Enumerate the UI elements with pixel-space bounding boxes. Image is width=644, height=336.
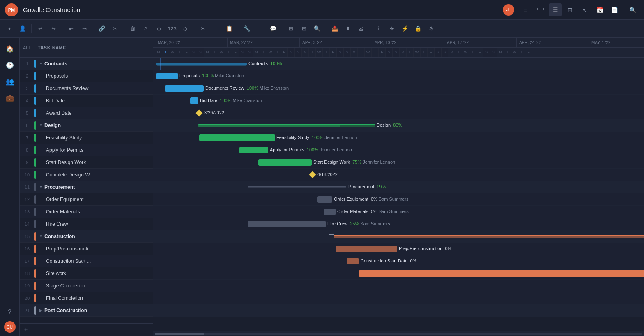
complete-design-diamond[interactable] <box>309 171 316 178</box>
row-color-indicator <box>34 208 36 216</box>
undo-button[interactable]: ↩ <box>34 23 46 35</box>
construction-parent-bar[interactable] <box>334 235 644 238</box>
bid-date-bar[interactable] <box>190 97 198 104</box>
user-avatar[interactable]: JL <box>503 4 514 16</box>
task-name: Bid Date <box>38 98 153 104</box>
delete-button[interactable]: 🗑 <box>126 23 139 35</box>
task-name: Feasibility Study <box>38 135 153 141</box>
permits-bar[interactable] <box>239 147 268 153</box>
task-row[interactable]: 20 Final Completion <box>20 292 153 304</box>
task-row[interactable]: 10 Complete Design W... <box>20 169 153 181</box>
add-user-button[interactable]: 👤 <box>16 23 29 35</box>
sidebar-user-icon[interactable]: GU <box>4 321 16 333</box>
expand-icon[interactable]: ▼ <box>38 233 44 240</box>
task-row[interactable]: 4 Bid Date <box>20 95 153 107</box>
day-cell: W <box>364 48 371 57</box>
expand-icon[interactable]: ▼ <box>38 122 44 129</box>
task-row[interactable]: 6 ▼ Design <box>20 119 153 132</box>
hire-crew-bar[interactable] <box>248 221 326 227</box>
row-number: 13 <box>20 209 34 214</box>
task-row[interactable]: 13 Order Materials <box>20 206 153 218</box>
nav-chart-icon[interactable]: ∿ <box>578 3 591 16</box>
export-button[interactable]: 📤 <box>329 23 341 35</box>
task-row[interactable]: 5 Award Date <box>20 107 153 119</box>
feasibility-bar[interactable] <box>199 134 275 141</box>
site-work-bar[interactable] <box>359 270 644 277</box>
sidebar-work-icon[interactable]: 💼 <box>2 90 17 105</box>
procurement-parent-bar[interactable] <box>248 186 346 188</box>
nav-gantt-icon[interactable]: ☰ <box>549 3 562 16</box>
task-row[interactable]: 12 Order Equipment <box>20 193 153 206</box>
sidebar-home-icon[interactable]: 🏠 <box>2 41 17 56</box>
task-row[interactable]: 21 ▶ Post Construction <box>20 304 153 317</box>
indent-button[interactable]: ⇥ <box>78 23 90 35</box>
order-materials-bar[interactable] <box>324 209 336 215</box>
row-number: 1 <box>20 61 34 66</box>
task-row[interactable]: 17 Construction Start ... <box>20 255 153 267</box>
design-label: Design 80% <box>377 123 402 127</box>
redo-button[interactable]: ↪ <box>47 23 60 35</box>
gantt-row-8: Apply for Permits 100% Jennifer Lennon <box>153 144 644 156</box>
expand-icon[interactable]: ▶ <box>38 307 44 314</box>
upload-button[interactable]: ⬆ <box>342 23 354 35</box>
proposals-bar[interactable] <box>156 73 178 79</box>
settings-button[interactable]: ⚙ <box>425 23 437 35</box>
expand-icon[interactable]: ▼ <box>38 60 44 67</box>
task-row[interactable]: 2 Proposals <box>20 70 153 82</box>
link-button[interactable]: 🔗 <box>96 23 108 35</box>
gantt-scrollbar[interactable] <box>153 331 644 336</box>
comment-button[interactable]: 💬 <box>267 23 279 35</box>
tools-button[interactable]: 🔧 <box>241 23 253 35</box>
task-row[interactable]: 18 Site work <box>20 267 153 280</box>
clipboard-button[interactable]: 📋 <box>223 23 235 35</box>
rect-button[interactable]: ▭ <box>210 23 222 35</box>
task-row[interactable]: 9 Start Design Work <box>20 156 153 169</box>
send-button[interactable]: ✈ <box>386 23 398 35</box>
expand-icon[interactable]: ▼ <box>38 184 44 190</box>
add-row-button[interactable]: ＋ <box>20 323 153 336</box>
nav-list-icon[interactable]: ≡ <box>519 3 532 16</box>
print-button[interactable]: 🖨 <box>355 23 367 35</box>
merge-button[interactable]: ⊟ <box>298 23 310 35</box>
nav-columns-icon[interactable]: ⋮⋮ <box>534 3 547 16</box>
outdent-button[interactable]: ⇤ <box>65 23 77 35</box>
task-row[interactable]: 16 Prep/Pre-constructi... <box>20 243 153 255</box>
task-row[interactable]: 1 ▼ Contracts <box>20 58 153 70</box>
prep-bar[interactable] <box>336 246 397 252</box>
zoom-button[interactable]: 🔍 <box>311 23 323 35</box>
lock-button[interactable]: 🔒 <box>412 23 424 35</box>
add-button[interactable]: ＋ <box>3 23 16 35</box>
task-row[interactable]: 11 ▼ Procurement <box>20 181 153 193</box>
construction-start-bar[interactable] <box>347 258 359 264</box>
unlink-button[interactable]: ✂ <box>109 23 121 35</box>
sidebar-people-icon[interactable]: 👥 <box>2 74 17 89</box>
day-cell: S <box>343 48 350 57</box>
bar-button[interactable]: ▭ <box>254 23 266 35</box>
task-row[interactable]: 14 Hire Crew <box>20 218 153 230</box>
number-button[interactable]: 123 <box>166 23 178 35</box>
scissors-button[interactable]: ✂ <box>197 23 209 35</box>
task-row[interactable]: 15 ▼ Construction <box>20 230 153 243</box>
start-design-bar[interactable] <box>258 159 312 166</box>
task-row[interactable]: 19 Stage Completion <box>20 280 153 292</box>
task-row[interactable]: 8 Apply for Permits <box>20 144 153 156</box>
task-row[interactable]: 7 Feasibility Study <box>20 132 153 144</box>
search-button[interactable]: 🔍 <box>626 3 639 16</box>
order-equipment-bar[interactable] <box>317 196 332 203</box>
nav-grid-icon[interactable]: ⊞ <box>564 3 577 16</box>
text-button[interactable]: A <box>140 23 152 35</box>
nav-doc-icon[interactable]: 📄 <box>608 3 621 16</box>
day-cell: T <box>211 48 218 57</box>
sidebar-help-icon[interactable]: ? <box>2 305 17 320</box>
nav-calendar-icon[interactable]: 📅 <box>593 3 606 16</box>
diamond-button[interactable]: ◇ <box>179 23 191 35</box>
docs-review-bar[interactable] <box>165 85 204 92</box>
award-date-diamond[interactable] <box>196 110 203 117</box>
info-button[interactable]: ℹ <box>373 23 385 35</box>
shape-button[interactable]: ◇ <box>153 23 165 35</box>
filter-button[interactable]: ⚡ <box>399 23 411 35</box>
sidebar-recent-icon[interactable]: 🕐 <box>2 58 17 72</box>
task-row[interactable]: 3 Documents Review <box>20 82 153 95</box>
scrollbar-thumb[interactable] <box>155 333 204 335</box>
split-button[interactable]: ⊞ <box>285 23 297 35</box>
